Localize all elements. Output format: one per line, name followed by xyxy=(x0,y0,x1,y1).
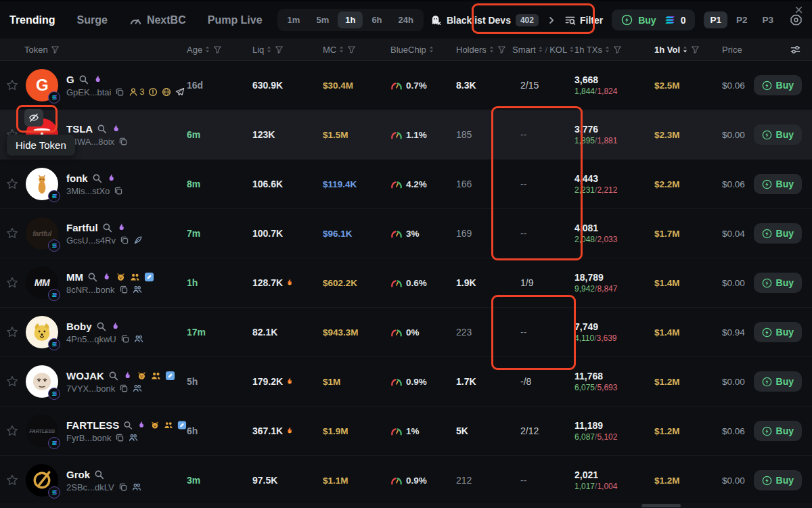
token-row[interactable]: GGGpEK...btai316d630.9K$30.4M0.7%8.3K2/1… xyxy=(0,61,812,110)
buy-button[interactable]: Buy xyxy=(754,174,802,194)
globe-icon[interactable] xyxy=(162,87,171,97)
sort-arrows-icon[interactable] xyxy=(338,45,344,54)
column-header-mc[interactable]: MC xyxy=(323,45,390,55)
sort-arrows-icon[interactable] xyxy=(569,45,574,54)
copy-icon[interactable] xyxy=(120,334,130,344)
search-icon[interactable] xyxy=(96,321,106,331)
copy-icon[interactable] xyxy=(115,87,125,97)
buy-button[interactable]: Buy xyxy=(754,223,802,244)
nav-tab-trending[interactable]: Trending xyxy=(9,14,55,26)
person-count-icon[interactable] xyxy=(129,87,138,97)
funnel-icon[interactable] xyxy=(347,45,356,54)
buy-button[interactable]: Buy xyxy=(754,273,802,293)
nav-tab-surge[interactable]: Surge xyxy=(77,14,108,26)
token-avatar[interactable]: FARTLESS xyxy=(26,415,58,447)
search-icon[interactable] xyxy=(92,173,102,183)
token-row[interactable]: fartfulFartfulGcsU...s4Rv7m100.7K$96.1K3… xyxy=(0,209,812,258)
search-icon[interactable] xyxy=(123,420,133,430)
time-filter-6h[interactable]: 6h xyxy=(364,11,389,28)
people-icon[interactable] xyxy=(129,433,138,442)
column-header-smart[interactable]: Smart/KOL xyxy=(512,45,574,55)
token-avatar[interactable] xyxy=(26,316,58,348)
search-icon[interactable] xyxy=(87,272,97,282)
token-avatar[interactable]: MM xyxy=(26,267,58,299)
nav-tab-nextbc[interactable]: NextBC xyxy=(129,14,186,26)
token-row[interactable]: FARTLESSFARTLESSFyrB...bonk6h367.1K$1.9M… xyxy=(0,407,812,456)
funnel-icon[interactable] xyxy=(613,45,622,54)
column-header-liq[interactable]: Liq xyxy=(252,45,323,55)
search-icon[interactable] xyxy=(97,124,107,134)
search-icon[interactable] xyxy=(102,223,112,233)
people-icon[interactable] xyxy=(133,285,142,294)
token-row[interactable]: WOJAK7VYX...bonk5h179.2K$1M0.9%1.7K-/811… xyxy=(0,357,812,407)
people-icon[interactable] xyxy=(134,334,143,344)
search-icon[interactable] xyxy=(94,469,104,480)
sort-arrows-icon[interactable] xyxy=(604,45,610,54)
copy-icon[interactable] xyxy=(114,186,123,195)
token-row[interactable]: Grok2SBc...dkLV3m97.5K$1.1M0.9%212--2,02… xyxy=(0,456,812,505)
hide-token-button[interactable] xyxy=(24,109,43,126)
preset-p2[interactable]: P2 xyxy=(730,11,754,28)
star-icon[interactable] xyxy=(5,325,19,339)
sort-arrows-icon[interactable] xyxy=(489,45,495,54)
close-icon[interactable] xyxy=(794,5,803,14)
funnel-icon[interactable] xyxy=(497,45,506,54)
column-header-price[interactable]: Price xyxy=(722,45,752,55)
copy-icon[interactable] xyxy=(119,285,129,294)
search-icon[interactable] xyxy=(108,371,118,381)
column-header-token[interactable]: Token xyxy=(24,45,187,55)
copy-icon[interactable] xyxy=(118,137,128,146)
horizontal-scrollbar[interactable] xyxy=(0,503,812,508)
column-header-1h-txs[interactable]: 1h TXs xyxy=(574,45,654,55)
star-icon[interactable] xyxy=(5,276,19,290)
filter-button[interactable]: Filter xyxy=(564,14,603,26)
copy-icon[interactable] xyxy=(118,482,128,492)
buy-button[interactable]: Buy xyxy=(754,470,802,490)
funnel-icon[interactable] xyxy=(213,45,222,54)
quick-buy-pill[interactable]: Buy 0 xyxy=(612,9,695,30)
preset-p3[interactable]: P3 xyxy=(756,11,780,28)
token-avatar[interactable] xyxy=(26,365,58,398)
token-row[interactable]: fonk3Mis...stXo8m106.6K$119.4K4.2%166--4… xyxy=(0,160,812,209)
sort-arrows-icon[interactable] xyxy=(428,45,434,54)
sort-arrows-icon[interactable] xyxy=(538,45,543,54)
funnel-icon[interactable] xyxy=(51,45,60,54)
star-icon[interactable] xyxy=(5,474,19,487)
sort-arrows-icon[interactable] xyxy=(204,45,210,54)
token-row[interactable]: TSLAA4WA...8oix6m123K$1.5M1.1%185--3,776… xyxy=(0,110,812,160)
funnel-icon[interactable] xyxy=(275,45,284,54)
time-filter-24h[interactable]: 24h xyxy=(391,11,421,28)
time-filter-1h[interactable]: 1h xyxy=(338,11,363,28)
time-filter-1m[interactable]: 1m xyxy=(280,11,308,28)
time-filter-5m[interactable]: 5m xyxy=(309,11,336,28)
horizontal-scrollbar-thumb[interactable] xyxy=(641,504,681,507)
sort-desc-icon[interactable] xyxy=(682,45,688,54)
copy-icon[interactable] xyxy=(120,235,129,245)
star-icon[interactable] xyxy=(5,227,19,240)
buy-button[interactable]: Buy xyxy=(754,75,802,95)
star-icon[interactable] xyxy=(5,375,19,388)
sliders-icon[interactable] xyxy=(790,44,801,55)
people-icon[interactable] xyxy=(132,482,141,492)
sort-arrows-icon[interactable] xyxy=(266,45,272,54)
buy-button[interactable]: Buy xyxy=(754,371,802,392)
column-header-bluechip[interactable]: BlueChip xyxy=(390,45,456,55)
token-avatar[interactable]: G xyxy=(26,69,58,101)
search-icon[interactable] xyxy=(78,74,89,85)
people-icon[interactable] xyxy=(133,384,142,393)
token-row[interactable]: Boby4Pn5...qkwU17m82.1K$943.3M0%223--7,7… xyxy=(0,308,812,357)
buy-button[interactable]: Buy xyxy=(754,421,802,441)
settings-gear-icon[interactable] xyxy=(790,14,803,26)
nav-tab-pump-live[interactable]: Pump Live xyxy=(208,14,263,26)
funnel-icon[interactable] xyxy=(691,45,700,54)
blacklist-devs-button[interactable]: Blacklist Devs 402 xyxy=(430,14,539,26)
star-icon[interactable] xyxy=(5,424,19,438)
copy-icon[interactable] xyxy=(119,384,129,393)
column-header-holders[interactable]: Holders xyxy=(456,45,512,55)
star-icon[interactable] xyxy=(5,177,19,191)
feather-icon[interactable] xyxy=(133,235,143,245)
token-avatar[interactable] xyxy=(26,464,58,497)
column-header-1h-vol[interactable]: 1h Vol xyxy=(654,45,722,55)
column-header-age[interactable]: Age xyxy=(187,45,252,55)
token-row[interactable]: MMMM8cNR...bonk1h128.7K$602.2K0.6%1.9K1/… xyxy=(0,258,812,308)
